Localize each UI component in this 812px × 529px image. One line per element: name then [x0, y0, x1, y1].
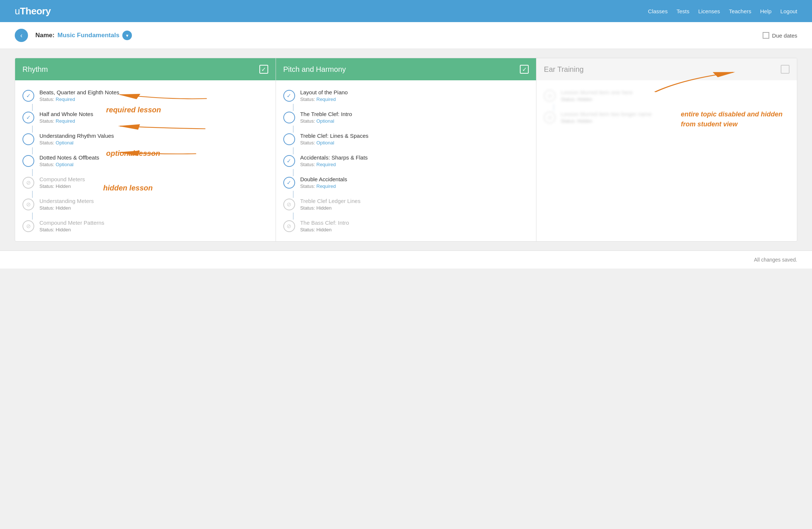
- column-rhythm: Rhythm ✓ ✓ Beats, Quarter and Eighth Not…: [15, 58, 276, 241]
- list-item: ⊘ Compound Meter Patterns Status: Hidden: [15, 215, 276, 237]
- lesson-name: Layout of the Piano: [300, 89, 348, 95]
- lesson-info: Treble Clef: Lines & Spaces Status: Opti…: [300, 133, 368, 146]
- pitch-checkbox[interactable]: ✓: [520, 65, 529, 74]
- list-item: Dotted Notes & Offbeats Status: Optional: [15, 150, 276, 172]
- nav-tests[interactable]: Tests: [676, 8, 689, 14]
- lesson-name: The Bass Clef: Intro: [300, 220, 349, 226]
- list-item: ✓ Layout of the Piano Status: Required: [276, 85, 536, 106]
- lesson-name: Treble Clef Ledger Lines: [300, 198, 361, 204]
- rhythm-header: Rhythm ✓: [15, 58, 276, 80]
- lesson-name: Half and Whole Notes: [39, 111, 93, 117]
- nav-help[interactable]: Help: [760, 8, 771, 14]
- list-item: The Treble Clef: Intro Status: Optional: [276, 106, 536, 128]
- list-item: ⊘ The Bass Clef: Intro Status: Hidden: [276, 215, 536, 237]
- pitch-title: Pitch and Harmony: [283, 65, 346, 74]
- rhythm-title: Rhythm: [22, 65, 48, 74]
- pitch-header: Pitch and Harmony ✓: [276, 58, 536, 80]
- topic-columns: Rhythm ✓ ✓ Beats, Quarter and Eighth Not…: [15, 58, 797, 242]
- footer: All changes saved.: [0, 251, 812, 269]
- lesson-status: Status: Required: [300, 97, 348, 102]
- list-item: ⊘ Compound Meters Status: Hidden: [15, 172, 276, 193]
- subheader: ‹ Name: Music Fundamentals ▾ Due dates: [0, 22, 812, 49]
- lesson-circle-disabled[interactable]: ⊘: [283, 199, 295, 210]
- lesson-name: Compound Meters: [39, 176, 85, 182]
- lesson-name: Double Accidentals: [300, 176, 347, 182]
- lesson-status: Status: Required: [39, 97, 119, 102]
- lesson-circle-disabled[interactable]: ⊘: [283, 220, 295, 232]
- columns-wrapper: Rhythm ✓ ✓ Beats, Quarter and Eighth Not…: [15, 58, 797, 242]
- column-pitch: Pitch and Harmony ✓ ✓ Layout of the Pian…: [276, 58, 537, 241]
- lesson-status: Status: Required: [300, 183, 347, 189]
- lesson-circle[interactable]: ✓: [22, 90, 34, 102]
- list-item: ⊘ Understanding Meters Status: Hidden: [15, 193, 276, 215]
- list-item: ⊘ Lesson blurred item two longer name St…: [536, 106, 797, 128]
- lesson-name: Dotted Notes & Offbeats: [39, 154, 99, 161]
- main-nav: Classes Tests Licenses Teachers Help Log…: [648, 8, 797, 14]
- lesson-circle-disabled: ⊘: [544, 112, 556, 123]
- lesson-status: Status: Optional: [39, 140, 114, 146]
- lesson-name: Understanding Meters: [39, 198, 94, 204]
- ear-training-checkbox[interactable]: [781, 65, 790, 74]
- lesson-circle[interactable]: [283, 112, 295, 123]
- lesson-name: Lesson blurred item one here: [561, 89, 633, 95]
- due-dates-label: Due dates: [772, 32, 797, 39]
- lesson-circle[interactable]: ✓: [283, 177, 295, 189]
- ear-training-lessons: ⊘ Lesson blurred item one here Status: H…: [536, 80, 797, 133]
- lesson-circle[interactable]: ✓: [283, 155, 295, 167]
- lesson-name: Compound Meter Patterns: [39, 220, 104, 226]
- lesson-status: Status: Required: [39, 118, 93, 124]
- lesson-status: Status: Hidden: [300, 205, 361, 211]
- ear-training-header: Ear Training: [536, 58, 797, 80]
- main-content: Rhythm ✓ ✓ Beats, Quarter and Eighth Not…: [0, 49, 812, 251]
- list-item: ⊘ Lesson blurred item one here Status: H…: [536, 85, 797, 106]
- due-dates-area: Due dates: [763, 32, 797, 39]
- lesson-status: Status: Optional: [39, 162, 99, 167]
- lesson-info: The Treble Clef: Intro Status: Optional: [300, 111, 352, 124]
- lesson-info: Dotted Notes & Offbeats Status: Optional: [39, 154, 99, 167]
- lesson-info: Layout of the Piano Status: Required: [300, 89, 348, 102]
- list-item: ✓ Half and Whole Notes Status: Required: [15, 106, 276, 128]
- lesson-info: Half and Whole Notes Status: Required: [39, 111, 93, 124]
- saved-status: All changes saved.: [754, 257, 797, 263]
- nav-logout[interactable]: Logout: [780, 8, 797, 14]
- lesson-circle-disabled[interactable]: ⊘: [22, 177, 34, 189]
- list-item: ✓ Beats, Quarter and Eighth Notes Status…: [15, 85, 276, 106]
- lesson-status: Status: Hidden: [561, 118, 652, 124]
- lesson-name: Understanding Rhythm Values: [39, 133, 114, 139]
- name-label: Name:: [35, 32, 55, 39]
- nav-teachers[interactable]: Teachers: [729, 8, 751, 14]
- lesson-status: Status: Hidden: [39, 227, 104, 232]
- lesson-circle-disabled[interactable]: ⊘: [22, 220, 34, 232]
- lesson-info: Understanding Meters Status: Hidden: [39, 198, 94, 211]
- back-button[interactable]: ‹: [15, 29, 28, 42]
- lesson-name: Accidentals: Sharps & Flats: [300, 154, 368, 161]
- app-header: uTheory Classes Tests Licenses Teachers …: [0, 0, 812, 22]
- list-item: Understanding Rhythm Values Status: Opti…: [15, 128, 276, 150]
- lesson-info: Accidentals: Sharps & Flats Status: Requ…: [300, 154, 368, 167]
- lesson-name: The Treble Clef: Intro: [300, 111, 352, 117]
- lesson-circle[interactable]: [22, 133, 34, 145]
- lesson-info: Double Accidentals Status: Required: [300, 176, 347, 189]
- lesson-name: Beats, Quarter and Eighth Notes: [39, 89, 119, 95]
- logo: uTheory: [15, 6, 51, 17]
- course-dropdown[interactable]: ▾: [122, 31, 132, 40]
- nav-classes[interactable]: Classes: [648, 8, 668, 14]
- rhythm-checkbox[interactable]: ✓: [259, 65, 268, 74]
- lesson-status: Status: Hidden: [561, 97, 633, 102]
- nav-licenses[interactable]: Licenses: [698, 8, 720, 14]
- lesson-circle-disabled[interactable]: ⊘: [22, 199, 34, 210]
- lesson-info: Lesson blurred item one here Status: Hid…: [561, 89, 633, 102]
- lesson-circle[interactable]: [22, 155, 34, 167]
- lesson-circle[interactable]: ✓: [283, 90, 295, 102]
- due-dates-checkbox[interactable]: [763, 32, 769, 39]
- lesson-circle[interactable]: [283, 133, 295, 145]
- lesson-info: Compound Meter Patterns Status: Hidden: [39, 220, 104, 232]
- lesson-circle[interactable]: ✓: [22, 112, 34, 123]
- pitch-lessons: ✓ Layout of the Piano Status: Required T…: [276, 80, 536, 241]
- list-item: ✓ Accidentals: Sharps & Flats Status: Re…: [276, 150, 536, 172]
- lesson-status: Status: Optional: [300, 118, 352, 124]
- lesson-status: Status: Optional: [300, 140, 368, 146]
- lesson-status: Status: Hidden: [300, 227, 349, 232]
- lesson-info: The Bass Clef: Intro Status: Hidden: [300, 220, 349, 232]
- lesson-status: Status: Hidden: [39, 205, 94, 211]
